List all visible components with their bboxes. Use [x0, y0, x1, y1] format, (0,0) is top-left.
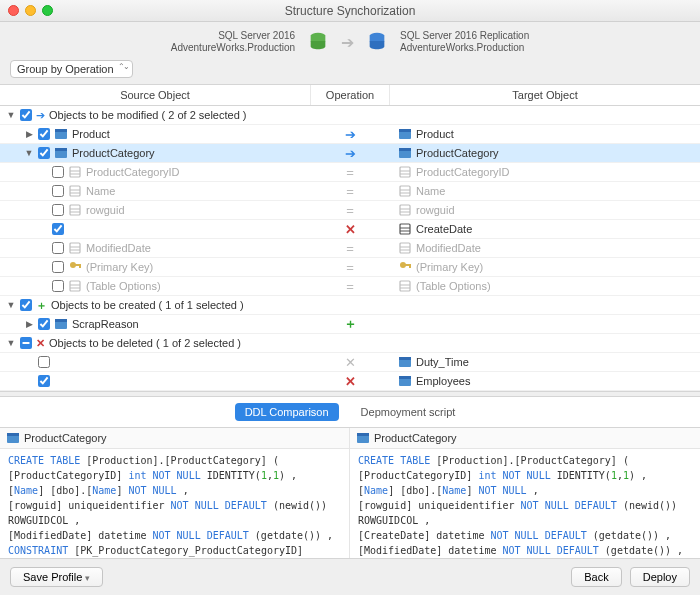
window-title: Structure Synchorization	[0, 4, 700, 18]
group-checkbox[interactable]	[20, 109, 32, 121]
column-icon	[68, 184, 82, 198]
disclosure-icon[interactable]: ▼	[6, 338, 16, 348]
column-headers: Source Object Operation Target Object	[0, 85, 700, 106]
tab-deployment-script[interactable]: Depmoyment script	[351, 403, 466, 421]
ddl-right-title: ProductCategory	[374, 432, 457, 444]
svg-rect-50	[55, 319, 67, 322]
header-source: Source Object	[0, 85, 310, 105]
ddl-right-body[interactable]: CREATE TABLE [Production].[ProductCatego…	[350, 449, 700, 558]
svg-rect-56	[7, 433, 19, 436]
ddl-right-pane: ProductCategory CREATE TABLE [Production…	[350, 428, 700, 558]
target-col-name: ProductCategoryID	[416, 166, 510, 178]
table-row[interactable]: ▶ Product ➔ Product	[0, 125, 700, 144]
column-row[interactable]: Name = Name	[0, 182, 700, 201]
ddl-left-body[interactable]: CREATE TABLE [Production].[ProductCatego…	[0, 449, 349, 558]
target-object-name: ProductCategory	[416, 147, 499, 159]
column-icon	[68, 279, 82, 293]
bottom-tabs: DDL Comparison Depmoyment script	[0, 397, 700, 428]
op-modify-icon: ➔	[310, 127, 390, 142]
group-deleted-header[interactable]: ▼ ✕ Objects to be deleted ( 1 of 2 selec…	[0, 334, 700, 353]
database-icon	[307, 31, 329, 53]
column-row[interactable]: ModifiedDate = ModifiedDate	[0, 239, 700, 258]
header-target: Target Object	[390, 85, 700, 105]
op-icon: =	[310, 203, 390, 218]
row-checkbox[interactable]	[38, 318, 50, 330]
target-col-name: (Table Options)	[416, 280, 491, 292]
group-by-label: Group by Operation	[17, 63, 114, 75]
svg-rect-54	[399, 376, 411, 379]
row-checkbox[interactable]	[52, 261, 64, 273]
table-icon	[398, 127, 412, 141]
row-checkbox[interactable]	[38, 356, 50, 368]
key-icon	[398, 260, 412, 274]
row-checkbox[interactable]	[52, 166, 64, 178]
svg-rect-7	[55, 148, 67, 151]
row-checkbox[interactable]	[38, 128, 50, 140]
row-checkbox[interactable]	[52, 204, 64, 216]
group-deleted-label: Objects to be deleted ( 1 of 2 selected …	[49, 337, 241, 349]
svg-rect-19	[400, 186, 410, 196]
op-modify-icon: ➔	[310, 146, 390, 161]
target-col-name: rowguid	[416, 204, 455, 216]
column-icon	[398, 165, 412, 179]
table-icon	[356, 431, 370, 445]
target-col-name: CreateDate	[416, 223, 472, 235]
group-checkbox[interactable]	[20, 299, 32, 311]
group-modified-label: Objects to be modified ( 2 of 2 selected…	[49, 109, 247, 121]
column-row[interactable]: ✕ CreateDate	[0, 220, 700, 239]
source-db-info: SQL Server 2016 AdventureWorks.Productio…	[171, 30, 295, 54]
column-row[interactable]: ProductCategoryID = ProductCategoryID	[0, 163, 700, 182]
svg-rect-31	[70, 243, 80, 253]
table-icon	[6, 431, 20, 445]
header-operation: Operation	[310, 85, 390, 105]
save-profile-button[interactable]: Save Profile	[10, 567, 103, 587]
disclosure-icon[interactable]: ▼	[6, 300, 16, 310]
table-row[interactable]: ▶ ScrapReason ＋	[0, 315, 700, 334]
group-by-select[interactable]: Group by Operation	[10, 60, 133, 78]
table-icon	[54, 127, 68, 141]
column-icon	[68, 241, 82, 255]
column-icon	[68, 203, 82, 217]
column-row[interactable]: rowguid = rowguid	[0, 201, 700, 220]
group-checkbox[interactable]	[20, 337, 32, 349]
toolbar: SQL Server 2016 AdventureWorks.Productio…	[0, 22, 700, 85]
column-row[interactable]: (Primary Key) = (Primary Key)	[0, 258, 700, 277]
group-created-header[interactable]: ▼ ＋ Objects to be created ( 1 of 1 selec…	[0, 296, 700, 315]
row-checkbox[interactable]	[38, 375, 50, 387]
table-row[interactable]: ✕ Duty_Time	[0, 353, 700, 372]
disclosure-icon[interactable]: ▶	[24, 319, 34, 329]
row-checkbox[interactable]	[52, 185, 64, 197]
column-row[interactable]: (Table Options) = (Table Options)	[0, 277, 700, 296]
ddl-left-title: ProductCategory	[24, 432, 107, 444]
source-col-name: rowguid	[86, 204, 125, 216]
table-icon	[398, 146, 412, 160]
row-checkbox[interactable]	[52, 280, 64, 292]
row-checkbox[interactable]	[38, 147, 50, 159]
target-server-label: SQL Server 2016 Replication	[400, 30, 529, 42]
source-object-name: Product	[72, 128, 110, 140]
tab-ddl-comparison[interactable]: DDL Comparison	[235, 403, 339, 421]
svg-rect-16	[70, 186, 80, 196]
svg-rect-5	[399, 129, 411, 132]
op-icon: =	[310, 260, 390, 275]
table-row[interactable]: ▼ ProductCategory ➔ ProductCategory	[0, 144, 700, 163]
svg-rect-22	[70, 205, 80, 215]
column-icon	[68, 165, 82, 179]
disclosure-icon[interactable]: ▶	[24, 129, 34, 139]
svg-rect-34	[400, 243, 410, 253]
source-db-label: AdventureWorks.Production	[171, 42, 295, 54]
group-modified-header[interactable]: ▼ ➔ Objects to be modified ( 2 of 2 sele…	[0, 106, 700, 125]
ddl-comparison-panel: ProductCategory CREATE TABLE [Production…	[0, 428, 700, 558]
column-icon	[398, 203, 412, 217]
back-button[interactable]: Back	[571, 567, 621, 587]
source-col-name: ModifiedDate	[86, 242, 151, 254]
disclosure-icon[interactable]: ▼	[6, 110, 16, 120]
column-icon	[398, 222, 412, 236]
deploy-button[interactable]: Deploy	[630, 567, 690, 587]
row-checkbox[interactable]	[52, 242, 64, 254]
source-col-name: (Table Options)	[86, 280, 161, 292]
disclosure-icon[interactable]: ▼	[24, 148, 34, 158]
table-row[interactable]: ✕ Employees	[0, 372, 700, 391]
source-col-name: (Primary Key)	[86, 261, 153, 273]
row-checkbox[interactable]	[52, 223, 64, 235]
